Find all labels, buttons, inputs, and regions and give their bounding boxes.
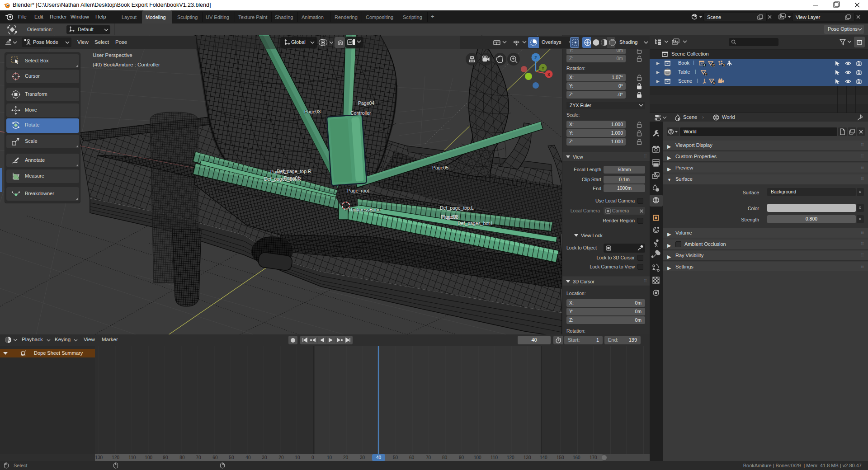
svg-text:X: X bbox=[547, 72, 550, 77]
svg-text:12: 12 bbox=[711, 64, 715, 67]
svg-text:4: 4 bbox=[703, 64, 705, 67]
svg-text:Z: Z bbox=[534, 56, 537, 60]
svg-text:3: 3 bbox=[723, 64, 725, 67]
svg-text:2: 2 bbox=[705, 73, 707, 76]
svg-text:4: 4 bbox=[713, 81, 715, 85]
svg-text:Y: Y bbox=[542, 66, 544, 70]
